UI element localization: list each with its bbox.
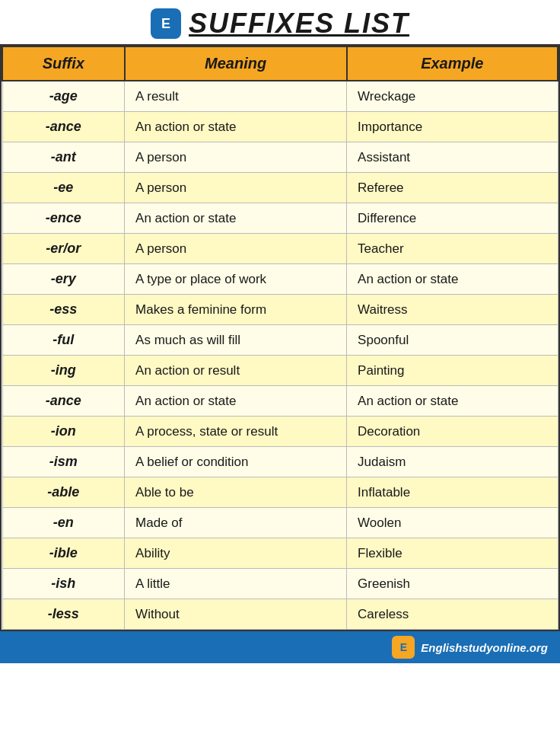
page-wrapper: E SUFFIXES LIST Suffix Meaning Example -… xyxy=(0,0,560,663)
cell-meaning: An action or state xyxy=(125,386,347,417)
cell-meaning: A little xyxy=(125,569,347,599)
table-row: -ingAn action or resultPainting xyxy=(2,356,558,386)
cell-example: Flexible xyxy=(347,538,558,569)
cell-suffix: -ful xyxy=(2,325,125,356)
table-row: -ismA belief or conditionJudaism xyxy=(2,447,558,477)
cell-meaning: Makes a feminine form xyxy=(125,295,347,325)
cell-meaning: A person xyxy=(125,142,347,173)
header-example: Example xyxy=(347,46,558,81)
cell-suffix: -ing xyxy=(2,356,125,386)
cell-example: Painting xyxy=(347,356,558,386)
cell-example: Teacher xyxy=(347,234,558,264)
table-row: -ableAble to beInflatable xyxy=(2,477,558,508)
cell-suffix: -age xyxy=(2,81,125,112)
cell-suffix: -ess xyxy=(2,295,125,325)
table-row: -eeA personReferee xyxy=(2,173,558,203)
cell-example: Judaism xyxy=(347,447,558,477)
table-row: -er/orA personTeacher xyxy=(2,234,558,264)
logo-icon: E xyxy=(151,8,181,39)
cell-suffix: -ant xyxy=(2,142,125,173)
footer-logo-letter: E xyxy=(400,641,407,653)
cell-example: An action or state xyxy=(347,264,558,295)
cell-meaning: A result xyxy=(125,81,347,112)
cell-example: Waitress xyxy=(347,295,558,325)
table-row: -ibleAbilityFlexible xyxy=(2,538,558,569)
table-row: -ishA littleGreenish xyxy=(2,569,558,599)
cell-meaning: A person xyxy=(125,234,347,264)
table-row: -antA personAssistant xyxy=(2,142,558,173)
table-row: -essMakes a feminine formWaitress xyxy=(2,295,558,325)
cell-example: Difference xyxy=(347,203,558,234)
footer-logo: E xyxy=(392,636,415,659)
cell-suffix: -ance xyxy=(2,112,125,142)
cell-meaning: As much as will fill xyxy=(125,325,347,356)
cell-meaning: An action or result xyxy=(125,356,347,386)
cell-example: Inflatable xyxy=(347,477,558,508)
cell-suffix: -en xyxy=(2,508,125,538)
header-suffix: Suffix xyxy=(2,46,125,81)
cell-meaning: A person xyxy=(125,173,347,203)
footer-area: E Englishstudyonline.org xyxy=(0,631,560,663)
header-meaning: Meaning xyxy=(125,46,347,81)
cell-meaning: Ability xyxy=(125,538,347,569)
cell-meaning: An action or state xyxy=(125,203,347,234)
cell-example: Spoonful xyxy=(347,325,558,356)
cell-suffix: -ee xyxy=(2,173,125,203)
cell-example: Careless xyxy=(347,599,558,630)
cell-suffix: -er/or xyxy=(2,234,125,264)
page-title: SUFFIXES LIST xyxy=(189,8,409,40)
cell-suffix: -ence xyxy=(2,203,125,234)
table-header-row: Suffix Meaning Example xyxy=(2,46,558,81)
cell-meaning: A belief or condition xyxy=(125,447,347,477)
cell-suffix: -ible xyxy=(2,538,125,569)
cell-suffix: -ery xyxy=(2,264,125,295)
table-row: -enceAn action or stateDifference xyxy=(2,203,558,234)
cell-example: Referee xyxy=(347,173,558,203)
cell-example: An action or state xyxy=(347,386,558,417)
cell-suffix: -ance xyxy=(2,386,125,417)
cell-example: Greenish xyxy=(347,569,558,599)
table-row: -anceAn action or stateImportance xyxy=(2,112,558,142)
cell-meaning: A type or place of work xyxy=(125,264,347,295)
cell-meaning: Able to be xyxy=(125,477,347,508)
table-container: Suffix Meaning Example -ageA resultWreck… xyxy=(0,44,560,631)
cell-example: Wreckage xyxy=(347,81,558,112)
suffixes-table: Suffix Meaning Example -ageA resultWreck… xyxy=(2,46,558,630)
cell-suffix: -ish xyxy=(2,569,125,599)
cell-suffix: -ism xyxy=(2,447,125,477)
footer-url: Englishstudyonline.org xyxy=(421,641,548,654)
table-row: -anceAn action or stateAn action or stat… xyxy=(2,386,558,417)
table-row: -eryA type or place of workAn action or … xyxy=(2,264,558,295)
cell-suffix: -able xyxy=(2,477,125,508)
table-body: -ageA resultWreckage-anceAn action or st… xyxy=(2,81,558,630)
table-row: -fulAs much as will fillSpoonful xyxy=(2,325,558,356)
cell-meaning: An action or state xyxy=(125,112,347,142)
cell-meaning: Made of xyxy=(125,508,347,538)
table-row: -ionA process, state or resultDecoration xyxy=(2,417,558,447)
table-row: -lessWithoutCareless xyxy=(2,599,558,630)
cell-example: Decoration xyxy=(347,417,558,447)
cell-example: Woolen xyxy=(347,508,558,538)
cell-meaning: Without xyxy=(125,599,347,630)
cell-example: Assistant xyxy=(347,142,558,173)
cell-suffix: -less xyxy=(2,599,125,630)
table-row: -ageA resultWreckage xyxy=(2,81,558,112)
header-area: E SUFFIXES LIST xyxy=(0,0,560,44)
cell-example: Importance xyxy=(347,112,558,142)
cell-meaning: A process, state or result xyxy=(125,417,347,447)
table-row: -enMade ofWoolen xyxy=(2,508,558,538)
cell-suffix: -ion xyxy=(2,417,125,447)
logo-letter: E xyxy=(161,16,170,32)
